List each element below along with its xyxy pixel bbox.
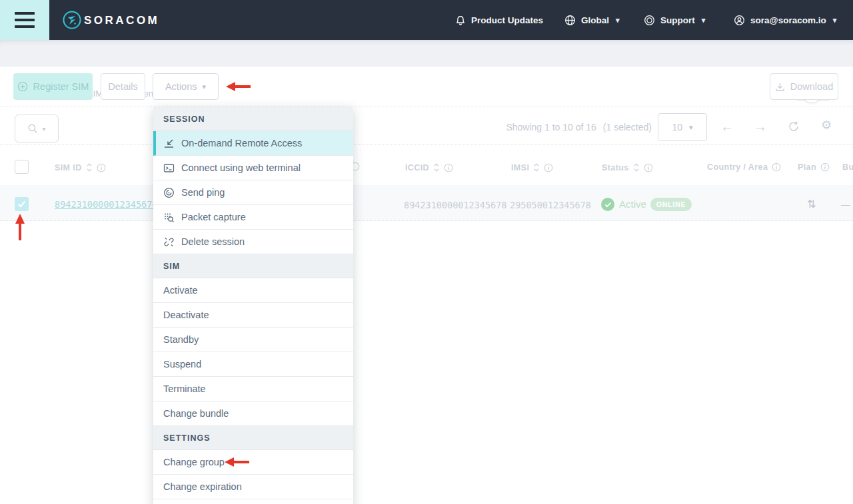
info-icon[interactable] — [97, 163, 106, 172]
register-sim-button[interactable]: Register SIM — [13, 73, 93, 100]
menu-item-label: Delete session — [181, 236, 245, 247]
plan-updown-icon: ⇅ — [807, 198, 816, 210]
imsi-header-label: IMSI — [511, 163, 529, 172]
account-menu[interactable]: sora@soracom.io ▾ — [734, 0, 836, 40]
broken-link-icon — [163, 236, 175, 248]
column-header-bundles[interactable]: Bu — [842, 162, 853, 172]
sim-id-link[interactable]: 8942310000012345678 — [55, 199, 157, 210]
bundles-empty-value: — — [841, 199, 850, 210]
column-header-status[interactable]: Status — [602, 162, 653, 172]
info-icon[interactable] — [820, 162, 830, 172]
showing-text: Showing 1 to 10 of 16 — [506, 122, 596, 132]
actions-dropdown-menu: SESSION On-demand Remote Access Connect … — [153, 107, 353, 504]
controls-divider — [0, 144, 853, 145]
menu-item-deactivate[interactable]: Deactivate — [153, 303, 353, 328]
status-value: Active — [619, 198, 646, 210]
sim-id-header-label: SIM ID — [55, 163, 82, 172]
sort-icon[interactable] — [533, 162, 540, 172]
account-label: sora@soracom.io — [750, 15, 826, 25]
column-header-iccid[interactable]: ICCID — [405, 162, 453, 172]
iccid-value: 8942310000012345678 — [404, 200, 506, 210]
menu-item-packet-capture[interactable]: Packet capture — [153, 205, 353, 230]
table-settings-gear-icon[interactable]: ⚙ — [821, 119, 832, 131]
menu-item-label: Activate — [163, 285, 198, 296]
session-online-badge: ONLINE — [650, 198, 692, 211]
iccid-header-label: ICCID — [405, 163, 429, 172]
menu-item-label: Standby — [163, 334, 199, 345]
user-icon — [734, 15, 745, 26]
menu-item-change-expiration[interactable]: Change expiration — [153, 475, 353, 499]
actions-dropdown-button[interactable]: Actions ▾ — [153, 73, 219, 100]
refresh-button[interactable] — [788, 121, 800, 132]
sort-icon[interactable] — [86, 162, 93, 172]
menu-item-label: Deactivate — [163, 310, 209, 320]
remote-access-icon — [163, 138, 175, 149]
menu-section-settings: SETTINGS — [153, 426, 353, 450]
download-label: Download — [790, 81, 834, 92]
bundles-header-label: Bu — [842, 162, 853, 172]
menu-item-change-bundle[interactable]: Change bundle — [153, 401, 353, 426]
menu-item-terminate[interactable]: Terminate — [153, 377, 353, 401]
menu-item-label: Change bundle — [163, 408, 229, 419]
globe-icon — [564, 15, 576, 26]
next-page-button[interactable]: → — [754, 120, 767, 133]
brand-name: SORACOM — [84, 14, 159, 27]
page-size-select[interactable]: 10 ▾ — [658, 113, 707, 141]
column-header-plan[interactable]: Plan — [798, 162, 830, 172]
country-header-label: Country / Area — [707, 162, 768, 172]
menu-item-change-group[interactable]: Change group — [153, 450, 353, 475]
menu-item-label: Change expiration — [163, 481, 242, 492]
info-icon[interactable] — [644, 163, 653, 172]
global-selector[interactable]: Global ▾ — [564, 0, 620, 40]
column-header-imsi[interactable]: IMSI — [511, 162, 553, 172]
soracom-logo-icon — [63, 11, 81, 29]
menu-item-connect-web-terminal[interactable]: Connect using web terminal — [153, 156, 353, 180]
details-button[interactable]: Details — [101, 73, 145, 100]
sort-icon[interactable] — [433, 162, 440, 172]
page-size-value: 10 — [672, 122, 682, 132]
top-navbar: SORACOM Product Updates Global ▾ — [0, 0, 853, 40]
check-icon — [17, 200, 26, 208]
menu-item-partial — [153, 499, 353, 504]
select-all-checkbox[interactable] — [15, 160, 29, 174]
sort-icon[interactable] — [633, 162, 640, 172]
plan-header-label: Plan — [798, 162, 816, 172]
support-menu[interactable]: Support ▾ — [644, 0, 705, 40]
pagination-summary: Showing 1 to 10 of 16 (1 selected) — [506, 122, 652, 132]
hamburger-menu-icon[interactable] — [0, 0, 49, 40]
menu-item-label: Terminate — [163, 383, 206, 394]
menu-item-label: Connect using web terminal — [181, 162, 301, 173]
support-label: Support — [660, 15, 695, 25]
breadcrumb-bar: Dashboard › SIM Management — [0, 40, 853, 67]
prev-page-button[interactable]: ← — [720, 120, 734, 133]
chevron-down-icon: ▾ — [702, 16, 706, 25]
info-icon[interactable] — [544, 163, 553, 172]
menu-item-activate[interactable]: Activate — [153, 278, 353, 303]
row-checkbox-checked[interactable] — [15, 197, 29, 211]
annotation-arrow-actions — [226, 81, 251, 92]
menu-item-label: Send ping — [181, 187, 225, 198]
menu-item-standby[interactable]: Standby — [153, 328, 353, 352]
chevron-down-icon: ▾ — [616, 16, 620, 25]
menu-item-on-demand-remote-access[interactable]: On-demand Remote Access — [153, 131, 353, 156]
chevron-down-icon: ▾ — [833, 16, 837, 25]
column-header-sim-id[interactable]: SIM ID — [55, 162, 106, 172]
search-filter-button[interactable]: ▾ — [15, 115, 59, 142]
product-updates-button[interactable]: Product Updates — [455, 0, 543, 40]
imsi-value: 295050012345678 — [510, 200, 591, 210]
menu-section-sim: SIM — [153, 254, 353, 278]
menu-item-delete-session[interactable]: Delete session — [153, 230, 353, 254]
product-updates-label: Product Updates — [471, 15, 543, 25]
info-icon[interactable] — [772, 162, 781, 172]
status-header-label: Status — [602, 163, 629, 172]
menu-item-label: Packet capture — [181, 212, 246, 222]
menu-item-send-ping[interactable]: Send ping — [153, 180, 353, 205]
info-icon[interactable] — [444, 163, 453, 172]
hamburger-bar — [15, 19, 35, 21]
menu-item-suspend[interactable]: Suspend — [153, 352, 353, 377]
terminal-icon — [163, 162, 175, 174]
download-button[interactable]: Download — [770, 73, 838, 100]
column-header-country[interactable]: Country / Area — [707, 162, 781, 172]
bell-icon — [455, 15, 466, 26]
support-icon — [644, 15, 655, 26]
